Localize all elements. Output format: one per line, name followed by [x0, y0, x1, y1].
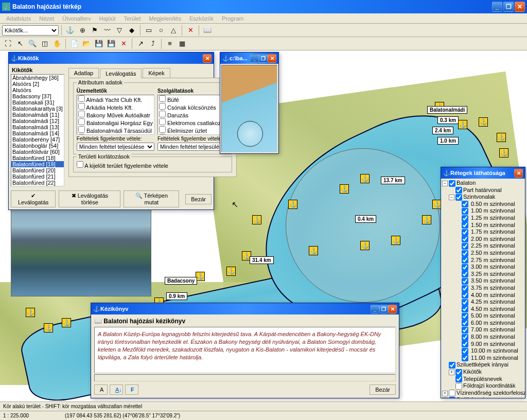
port-list-item[interactable]: Balatonboglár [54] [11, 143, 64, 149]
anchor-icon[interactable]: ⚓ [226, 267, 236, 276]
port-list-item[interactable]: Balatonföldvár [60] [11, 149, 64, 155]
layer-check[interactable] [462, 292, 468, 299]
layer-check[interactable] [449, 397, 455, 398]
contour-node[interactable]: 1.25 m szintvonal [442, 215, 524, 222]
check-item[interactable]: Elsősegélyhely [158, 134, 228, 135]
layer-check[interactable] [455, 187, 462, 194]
cba-maximize-button[interactable]: ❐ [259, 54, 268, 63]
anchor-icon[interactable]: ⚓ [391, 236, 400, 245]
contour-node[interactable]: 2.75 m szintvonal [442, 257, 524, 264]
layer-check[interactable] [462, 348, 468, 355]
layer-check[interactable] [462, 201, 468, 207]
contour-node[interactable]: 0.50 m szintvonal [442, 201, 524, 208]
tool-remove-icon[interactable]: ✕ [118, 38, 129, 49]
layer-check[interactable] [462, 236, 468, 242]
port-list-item[interactable]: Balatonfűzfő [10] [11, 186, 64, 186]
layers-close-button[interactable]: ✕ [514, 169, 523, 178]
contour-node[interactable]: 1.50 m szintvonal [442, 222, 524, 229]
port-list-item[interactable]: Balatonfüred [22] [11, 180, 64, 186]
check-item[interactable]: Balatonaligai Horgász Egy [77, 118, 154, 126]
tool-new-icon[interactable]: 📄 [68, 38, 80, 49]
territory-checkbox-label[interactable]: A kijelölt terület figyelembe vétele [77, 163, 168, 169]
tree-expand-icon[interactable]: + [442, 391, 448, 396]
anchor-icon[interactable]: ⚓ [44, 323, 53, 332]
layer-check[interactable] [462, 299, 468, 306]
menu-utvonalterv[interactable]: Útvonalterv [58, 14, 95, 23]
handbook-scrollbar[interactable] [94, 374, 396, 381]
check-item[interactable]: Elektromos csatlakozás [158, 118, 228, 126]
layer-check[interactable] [462, 243, 468, 250]
anchor-icon[interactable]: ⚓ [252, 215, 261, 224]
contour-node[interactable]: 10.00 m szintvonal [442, 347, 524, 355]
tool-wave-icon[interactable]: 〰 [101, 25, 113, 36]
tree-collapse-icon[interactable]: − [442, 181, 448, 186]
anchor-icon[interactable]: ⚓ [288, 200, 297, 209]
maximize-button[interactable]: ❐ [503, 2, 514, 12]
handbook-maximize-button[interactable]: ❐ [379, 305, 388, 313]
port-list-item[interactable]: Balatonberény [47] [11, 136, 64, 143]
terkepen-mutat-button[interactable]: 🔍 Térképen mutat [124, 190, 179, 207]
layers-titlebar[interactable]: ⚓ Rétegek láthatósága ✕ [441, 167, 525, 179]
tool-select-rect-icon[interactable]: ▭ [143, 25, 154, 36]
contour-node[interactable]: 2.25 m szintvonal [442, 242, 524, 250]
port-list-item[interactable]: Balatonfüred [21] [11, 173, 64, 180]
contour-node[interactable]: 2.00 m szintvonal [442, 236, 524, 243]
services-checklist[interactable]: Büfé Csónak kölcsönzés Daruzás Elektromo… [157, 95, 229, 135]
contour-node[interactable]: 1.00 m szintvonal [442, 207, 524, 215]
tab-kepek[interactable]: Képek [143, 68, 170, 78]
contour-node[interactable]: 3.25 m szintvonal [442, 271, 524, 278]
tool-legend-icon[interactable]: ▦ [177, 38, 188, 49]
layer-check[interactable] [462, 313, 468, 320]
tool-select-poly-icon[interactable]: △ [168, 25, 179, 36]
levalogatas-torles-button[interactable]: ✖ Leválogatás törlése [59, 190, 120, 207]
menu-megjelenites[interactable]: Megjelenítés [145, 14, 185, 23]
port-list-item[interactable]: Balatonfüred [20] [11, 167, 64, 173]
layer-check[interactable] [462, 257, 468, 264]
services-condition-select[interactable]: Minden feltétel teljesülése [157, 143, 229, 151]
port-list-item[interactable]: Badacsony [37] [11, 93, 64, 99]
port-list-item[interactable]: Alsóörs [11, 87, 64, 93]
port-listbox[interactable]: Ábrahámhegy [36]Alsóörs [2]AlsóörsBadacs… [11, 74, 64, 186]
tool-route2-icon[interactable]: ⤴ [147, 38, 159, 49]
layers-window[interactable]: ⚓ Rétegek láthatósága ✕ −Balaton Part ha… [441, 167, 525, 398]
tree-collapse-icon[interactable]: − [449, 195, 454, 200]
contour-node[interactable]: 4.00 m szintvonal [442, 292, 524, 299]
tool-flag-icon[interactable]: ⚑ [89, 25, 100, 36]
check-item[interactable]: Daruzás [158, 111, 228, 118]
layer-check[interactable] [462, 327, 468, 334]
layer-check[interactable] [462, 355, 468, 361]
kikotok-close-button[interactable]: ✕ [203, 54, 212, 63]
layer-check[interactable] [462, 334, 468, 341]
font-reset-button[interactable]: A [94, 384, 108, 395]
handbook-titlebar[interactable]: ⚓ Kézikönyv _ ❐ ✕ [91, 303, 399, 314]
tool-delete-icon[interactable]: ✕ [185, 25, 196, 36]
anchor-icon[interactable]: ⚓ [360, 241, 370, 250]
handbook-close-button[interactable]: ✕ [388, 305, 397, 313]
contour-node[interactable]: 1.75 m szintvonal [442, 229, 524, 236]
cba-minimize-button[interactable]: _ [250, 54, 259, 63]
cba-titlebar[interactable]: ⚓ c:\ba... _ ❐ ✕ [220, 52, 278, 64]
check-item[interactable]: Arkádia Hotels Kft. [77, 103, 154, 111]
tree-expand-icon[interactable]: + [449, 370, 454, 375]
levalogatas-button[interactable]: ✔ Leválogatás [11, 190, 56, 207]
map-canvas[interactable]: ⚓ ⚓ ⚓ ⚓ ⚓ ⚓ ⚓ ⚓ ⚓ ⚓ ⚓ ⚓ ⚓ ⚓ ⚓ ⚓ ⚓ ⚓ ⚓ ⚓ … [0, 50, 527, 420]
layer-check[interactable] [455, 194, 462, 201]
menu-terulet[interactable]: Terület [120, 14, 145, 23]
anchor-icon[interactable]: ⚓ [422, 215, 431, 224]
contour-node[interactable]: 9.00 m szintvonal [442, 341, 524, 348]
layer-check[interactable] [462, 222, 468, 229]
layer-check[interactable] [462, 215, 468, 222]
anchor-icon[interactable]: ⚓ [497, 133, 506, 142]
menu-eszkozok[interactable]: Eszközök [185, 14, 218, 23]
port-list-item[interactable]: Balatonalmádi [11] [11, 112, 64, 118]
port-list-item[interactable]: Balatonalmádi [14] [11, 130, 64, 136]
kikotok-bezar-button[interactable]: Bezár [185, 194, 212, 204]
contour-node[interactable]: 7.00 m szintvonal [442, 326, 524, 334]
tool-zoomin-icon[interactable]: 🔍 [27, 38, 38, 49]
contour-node[interactable]: 3.00 m szintvonal [442, 264, 524, 271]
anchor-icon[interactable]: ⚓ [62, 318, 71, 327]
menu-hajout[interactable]: Hajóút [95, 14, 120, 23]
layer-check[interactable] [449, 390, 455, 396]
tool-open-icon[interactable]: 📂 [81, 38, 92, 49]
tool-book-icon[interactable]: 📖 [202, 25, 213, 36]
